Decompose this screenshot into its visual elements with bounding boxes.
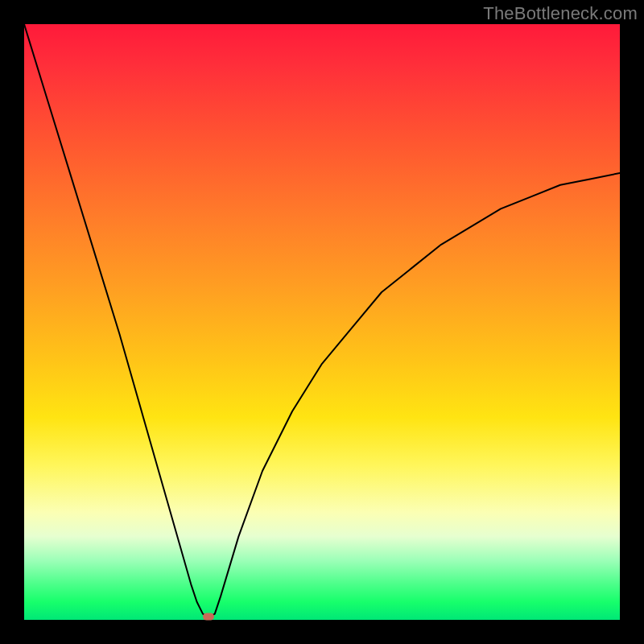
bottleneck-curve: [24, 24, 620, 620]
balance-marker: [203, 613, 214, 621]
chart-frame: TheBottleneck.com: [0, 0, 644, 644]
watermark-text: TheBottleneck.com: [483, 3, 638, 24]
plot-area: [24, 24, 620, 620]
curve-path: [24, 24, 620, 617]
